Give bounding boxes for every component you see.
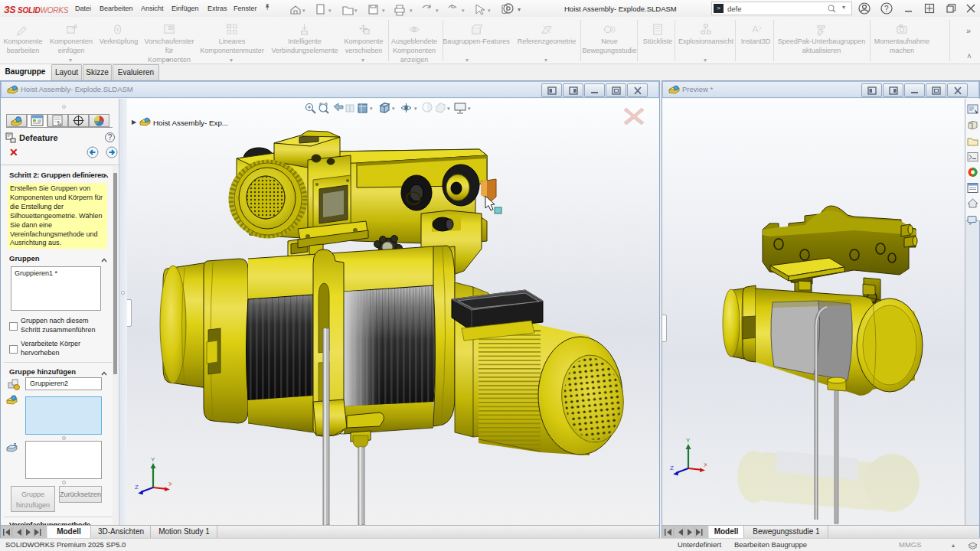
svg-text:Y: Y (151, 457, 155, 463)
svg-text:▾: ▾ (328, 8, 332, 13)
svg-text:Z: Z (670, 465, 674, 471)
svg-text:▾: ▾ (488, 8, 491, 13)
svg-text:▾: ▾ (414, 106, 417, 111)
svg-text:▾: ▾ (392, 106, 395, 111)
svg-text:X: X (704, 461, 707, 468)
svg-text:▾: ▾ (370, 106, 373, 111)
svg-text:?: ? (884, 5, 889, 13)
svg-text:▾: ▾ (410, 8, 413, 13)
svg-text:Z: Z (135, 484, 139, 491)
svg-text:▾: ▾ (468, 106, 471, 111)
svg-text:▾: ▾ (302, 8, 305, 13)
svg-text:▾: ▾ (354, 8, 358, 13)
svg-text:▾: ▾ (462, 8, 465, 13)
svg-text:▾: ▾ (447, 106, 450, 111)
svg-text:X: X (168, 481, 172, 487)
svg-text:▾: ▾ (382, 8, 385, 13)
svg-text:▾: ▾ (518, 6, 521, 13)
svg-text:▾: ▾ (436, 8, 439, 13)
svg-text:Y: Y (686, 438, 691, 444)
